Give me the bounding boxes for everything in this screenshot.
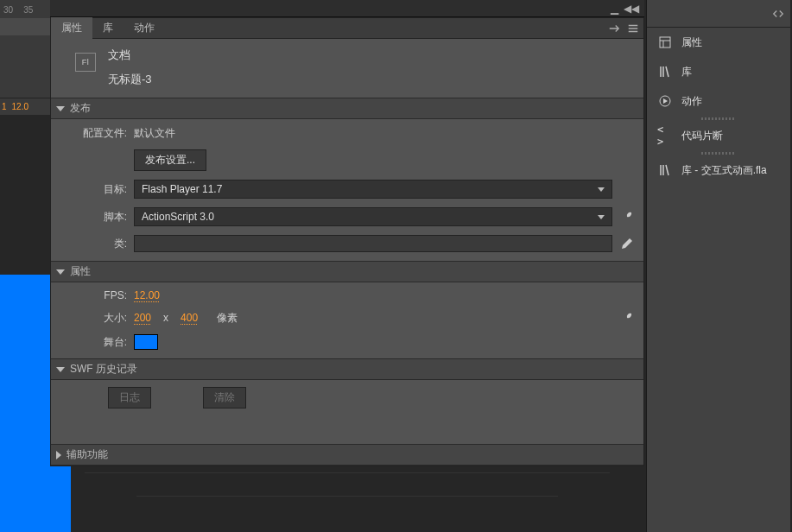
right-dock: 属性 库 动作 < > 代码片断 库 - 交互式动画.fla [646, 0, 790, 532]
document-header: Fl 文档 无标题-3 [51, 39, 643, 98]
size-label: 大小: [77, 311, 127, 326]
section-title: 发布 [70, 101, 91, 116]
dock-group-snippets: < > 代码片断 [647, 121, 790, 150]
timeline-ruler: 30 35 [0, 0, 52, 15]
clear-button[interactable]: 清除 [203, 387, 246, 408]
script-dropdown[interactable]: ActionScript 3.0 [134, 207, 612, 226]
section-body-properties: FPS: 12.00 大小: 200 x 400 像素 舞台: [51, 282, 643, 358]
tab-actions[interactable]: 动作 [124, 17, 165, 39]
dock-item-library-file[interactable]: 库 - 交互式动画.fla [647, 155, 790, 185]
dock-item-library[interactable]: 库 [647, 57, 790, 86]
panel-expand-icon[interactable] [607, 22, 621, 35]
dock-label: 动作 [681, 94, 702, 109]
document-type-icon: Fl [75, 53, 96, 72]
panel-collapse-icon[interactable]: ◀◀ [624, 3, 639, 15]
edit-class-icon[interactable] [619, 236, 635, 251]
tab-properties[interactable]: 属性 [51, 17, 92, 39]
document-filename: 无标题-3 [108, 72, 152, 87]
size-x: x [163, 312, 168, 324]
dock-label: 库 - 交互式动画.fla [681, 163, 767, 178]
timeline-strip: 30 35 1 12.0 [0, 0, 52, 112]
target-label: 目标: [77, 182, 127, 197]
dock-controls [647, 0, 790, 28]
properties-panel: 属性 库 动作 Fl 文档 无标题-3 发布 配置文件: 默认文件 发布设置..… [50, 17, 644, 466]
panel-tabbar: 属性 库 动作 [51, 18, 643, 39]
fps-strip[interactable]: 12.0 [12, 102, 29, 111]
timeline-mark: 35 [23, 5, 33, 15]
section-body-publish: 配置文件: 默认文件 发布设置... 目标: Flash Player 11.7… [51, 119, 643, 261]
section-title: SWF 历史记录 [70, 362, 137, 377]
panel-menu-icon[interactable] [626, 22, 640, 35]
library-icon [657, 162, 673, 178]
panel-window-controls: ▁ ◀◀ [50, 0, 644, 17]
timeline-footer: 1 12.0 [0, 98, 52, 115]
script-settings-icon[interactable] [619, 209, 635, 225]
svg-rect-0 [660, 37, 670, 48]
dock-item-properties[interactable]: 属性 [647, 28, 790, 57]
chevron-down-icon [56, 106, 65, 111]
chevron-down-icon [598, 215, 605, 219]
height-value[interactable]: 400 [181, 312, 198, 324]
tab-library[interactable]: 库 [92, 17, 124, 39]
script-label: 脚本: [77, 210, 127, 225]
document-type-label: 文档 [108, 48, 152, 63]
class-label: 类: [77, 237, 127, 251]
section-body-swf-history: 日志 清除 [51, 380, 643, 444]
chevron-down-icon [56, 269, 65, 275]
dock-label: 代码片断 [681, 129, 723, 143]
dock-item-actions[interactable]: 动作 [647, 86, 790, 116]
dock-group-libfile: 库 - 交互式动画.fla [647, 155, 790, 185]
chevron-down-icon [598, 187, 605, 192]
dock-expand-icon[interactable] [771, 7, 785, 21]
dock-item-snippets[interactable]: < > 代码片断 [647, 121, 790, 150]
chevron-right-icon [56, 451, 61, 459]
section-header-properties[interactable]: 属性 [51, 261, 643, 282]
width-value[interactable]: 200 [134, 312, 151, 324]
timeline-track[interactable] [0, 18, 52, 35]
stage-label: 舞台: [77, 335, 127, 350]
actions-icon [657, 93, 673, 109]
stage-color-swatch[interactable] [134, 334, 158, 350]
target-value: Flash Player 11.7 [142, 183, 222, 195]
library-icon [657, 64, 673, 79]
timeline-mark: 30 [3, 5, 13, 15]
properties-icon [657, 35, 673, 50]
target-dropdown[interactable]: Flash Player 11.7 [134, 180, 612, 199]
section-header-accessibility[interactable]: 辅助功能 [51, 444, 643, 466]
fps-label: FPS: [77, 289, 127, 301]
dock-group-panels: 属性 库 动作 [647, 28, 790, 116]
profile-value: 默认文件 [134, 126, 175, 141]
code-snippets-icon: < > [657, 128, 673, 143]
size-unit: 像素 [217, 311, 238, 326]
current-frame[interactable]: 1 [2, 102, 7, 111]
section-title: 属性 [70, 264, 91, 279]
profile-label: 配置文件: [77, 126, 127, 141]
section-title: 辅助功能 [67, 447, 108, 462]
fps-value[interactable]: 12.00 [134, 289, 160, 301]
class-input[interactable] [134, 235, 612, 252]
section-header-publish[interactable]: 发布 [51, 98, 643, 119]
size-advanced-icon[interactable] [619, 310, 635, 326]
chevron-down-icon [56, 367, 65, 372]
panel-minimize-icon[interactable]: ▁ [611, 3, 618, 15]
dock-label: 属性 [681, 35, 702, 50]
section-header-swf-history[interactable]: SWF 历史记录 [51, 358, 643, 380]
script-value: ActionScript 3.0 [142, 211, 214, 223]
dock-label: 库 [681, 65, 692, 79]
log-button[interactable]: 日志 [108, 387, 151, 408]
publish-settings-button[interactable]: 发布设置... [134, 149, 206, 171]
